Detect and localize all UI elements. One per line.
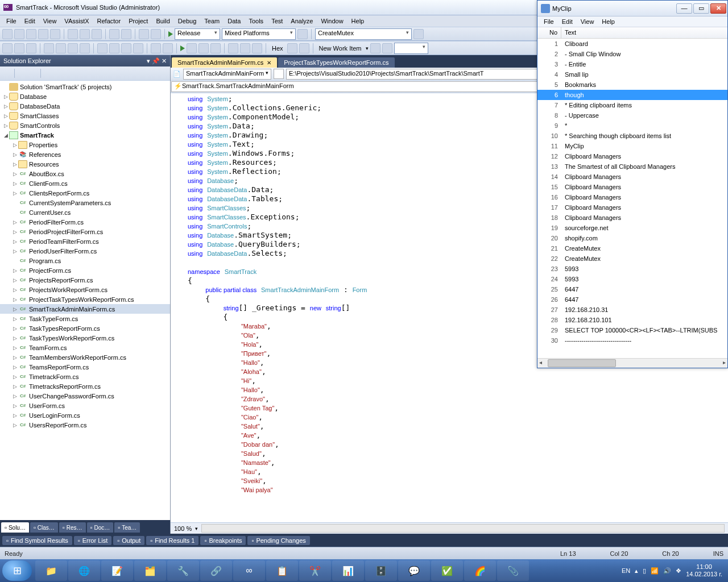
taskbar-explorer[interactable]: 📁 bbox=[35, 560, 67, 581]
tb2-play[interactable] bbox=[180, 45, 185, 51]
solution-tree[interactable]: Solution 'SmartTrack' (5 projects)▷Datab… bbox=[0, 81, 170, 520]
clip-row[interactable]: 256447 bbox=[537, 284, 727, 294]
menu-project[interactable]: Project bbox=[125, 16, 152, 26]
config-combo[interactable]: Release bbox=[175, 28, 220, 40]
tree-item[interactable]: ▷TimetracksReportForm.cs bbox=[0, 381, 170, 391]
clip-row[interactable]: 235993 bbox=[537, 264, 727, 274]
clip-row[interactable]: 19sourceforge.net bbox=[537, 223, 727, 233]
maximize-button[interactable]: ▭ bbox=[693, 3, 709, 14]
hex-label[interactable]: Hex bbox=[270, 45, 286, 52]
vs-bottom-tab-well[interactable]: ▫ Find Symbol Results▫ Error List▫ Outpu… bbox=[0, 534, 728, 547]
tree-item[interactable]: ▷TaskTypesReportForm.cs bbox=[0, 323, 170, 333]
bottom-tab[interactable]: ▫ Find Results 1 bbox=[146, 536, 198, 545]
step-out-button[interactable] bbox=[252, 43, 262, 53]
menu-build[interactable]: Build bbox=[152, 16, 173, 26]
col-text[interactable]: Text bbox=[561, 27, 727, 38]
taskbar-notepadpp[interactable]: 📝 bbox=[101, 560, 133, 581]
tb2-btn-1[interactable] bbox=[2, 43, 13, 53]
sol-tab[interactable]: ▫Res… bbox=[59, 522, 86, 533]
taskbar-app-5[interactable]: ✂️ bbox=[299, 560, 331, 581]
clip-row[interactable]: 11MyClip bbox=[537, 141, 727, 151]
menu-data[interactable]: Data bbox=[224, 16, 245, 26]
solution-toolbar[interactable] bbox=[0, 66, 170, 81]
hscrollbar[interactable] bbox=[201, 524, 725, 533]
taskbar-app-10[interactable]: 📎 bbox=[497, 560, 529, 581]
tree-item[interactable]: ▷UserChangePasswordForm.cs bbox=[0, 391, 170, 401]
sol-tab[interactable]: ▫Doc… bbox=[87, 522, 114, 533]
clip-row[interactable]: 13The Smartest of all Clipboard Managers bbox=[537, 161, 727, 172]
start-debug-button[interactable] bbox=[168, 31, 173, 37]
clip-row[interactable]: 245993 bbox=[537, 274, 727, 284]
find-combo[interactable]: CreateMutex bbox=[315, 28, 412, 40]
add-item-button[interactable] bbox=[14, 29, 24, 39]
menu-window[interactable]: Window bbox=[317, 16, 347, 26]
paste-button[interactable] bbox=[92, 29, 102, 39]
taskbar[interactable]: ⊞ 📁 🌐 📝 🗂️ 🔧 🔗 ∞ 📋 ✂️ 📊 🗄️ 💬 ✅ 🌈 📎 EN ▴ … bbox=[0, 559, 728, 582]
nav-back-button[interactable] bbox=[139, 29, 149, 39]
grid-hscrollbar[interactable] bbox=[537, 358, 727, 368]
undo-button[interactable] bbox=[109, 29, 119, 39]
tb2-btn-20[interactable] bbox=[287, 43, 297, 53]
bottom-tab[interactable]: ▫ Error List bbox=[74, 536, 112, 545]
tree-item[interactable]: ◢SmartTrack bbox=[0, 130, 170, 140]
find-button[interactable] bbox=[413, 29, 424, 39]
tree-item[interactable]: ▷ClientForm.cs bbox=[0, 178, 170, 188]
taskbar-app-4[interactable]: 📋 bbox=[266, 560, 298, 581]
tree-item[interactable]: ▷SmartClasses bbox=[0, 111, 170, 120]
sol-tb-code[interactable] bbox=[55, 68, 65, 78]
mc-menu-file[interactable]: File bbox=[540, 18, 558, 26]
myclip-titlebar[interactable]: MyClip — ▭ ✕ bbox=[537, 1, 727, 16]
clip-row[interactable]: 5Bookmarks bbox=[537, 80, 727, 90]
tree-item[interactable]: ▷References bbox=[0, 149, 170, 159]
redo-button[interactable] bbox=[121, 29, 131, 39]
sol-tb-showall[interactable] bbox=[28, 68, 39, 78]
clip-row[interactable]: 14Clipboard Managers bbox=[537, 172, 727, 182]
tb2-btn-21[interactable] bbox=[299, 43, 309, 53]
tb2-btn-7[interactable] bbox=[80, 43, 90, 53]
nav-file-combo[interactable]: SmartTrackAdminMainForm bbox=[183, 69, 271, 80]
clip-row[interactable]: 12Clipboard Managers bbox=[537, 151, 727, 161]
zoom-level[interactable]: 100 % bbox=[174, 525, 192, 532]
menu-debug[interactable]: Debug bbox=[174, 16, 200, 26]
save-all-button[interactable] bbox=[50, 29, 60, 39]
menu-tools[interactable]: Tools bbox=[245, 16, 267, 26]
misc-button-1[interactable] bbox=[297, 29, 308, 39]
clip-row[interactable]: 8 - Uppercase bbox=[537, 110, 727, 120]
clip-row[interactable]: 15Clipboard Managers bbox=[537, 182, 727, 192]
clip-row[interactable]: 17Clipboard Managers bbox=[537, 202, 727, 213]
menu-team[interactable]: Team bbox=[200, 16, 224, 26]
sol-tab[interactable]: ▫Solu… bbox=[1, 522, 29, 533]
bottom-tab[interactable]: ▫ Pending Changes bbox=[247, 536, 309, 545]
nav-save-button[interactable] bbox=[274, 69, 284, 79]
tree-item[interactable]: ▷TeamForm.cs bbox=[0, 343, 170, 352]
grid-rows[interactable]: 1Cliboard2 - Small Clip Window3 - Entitl… bbox=[537, 39, 727, 358]
menu-analyze[interactable]: Analyze bbox=[287, 16, 317, 26]
nav-fwd-button[interactable] bbox=[151, 29, 161, 39]
clip-row[interactable]: 29SELECT TOP 100000<CR><LF><TAB>--LTRIM(… bbox=[537, 325, 727, 335]
grid-header[interactable]: No Text bbox=[537, 27, 727, 39]
tray-net-icon[interactable]: 📶 bbox=[651, 567, 659, 575]
taskbar-app-8[interactable]: 💬 bbox=[398, 560, 430, 581]
tray-misc-icon[interactable]: ❖ bbox=[676, 567, 681, 575]
tree-item[interactable]: ▷UserLoginForm.cs bbox=[0, 410, 170, 420]
tree-item[interactable]: ▷ProjectForm.cs bbox=[0, 265, 170, 275]
step-into-button[interactable] bbox=[228, 43, 238, 53]
clip-row[interactable]: 6though bbox=[537, 90, 727, 100]
tb2-btn-5[interactable] bbox=[56, 43, 66, 53]
solution-bottom-tabs[interactable]: ▫Solu…▫Clas…▫Res…▫Doc…▫Tea… bbox=[0, 520, 170, 534]
tb2-btn-6[interactable] bbox=[68, 43, 78, 53]
tree-item[interactable]: ▷TaskTypeForm.cs bbox=[0, 314, 170, 323]
clip-row[interactable]: 18Clipboard Managers bbox=[537, 213, 727, 223]
tray-vol-icon[interactable]: 🔊 bbox=[663, 567, 671, 575]
sol-tb-home[interactable] bbox=[2, 68, 13, 78]
mc-menu-edit[interactable]: Edit bbox=[558, 18, 577, 26]
new-work-item[interactable]: New Work Item bbox=[317, 45, 364, 52]
tree-item[interactable]: ▷PeriodProjectFilterForm.cs bbox=[0, 227, 170, 236]
tree-item[interactable]: ▷SmartTrackAdminMainForm.cs bbox=[0, 304, 170, 314]
myclip-window[interactable]: MyClip — ▭ ✕ FileEditViewHelp No Text 1C… bbox=[537, 0, 728, 368]
clip-row[interactable]: 3 - Entitle bbox=[537, 59, 727, 69]
taskbar-vs[interactable]: ∞ bbox=[233, 560, 265, 581]
clip-row[interactable]: 27192.168.210.31 bbox=[537, 305, 727, 315]
tree-item[interactable]: ▷UserForm.cs bbox=[0, 401, 170, 410]
sol-tb-props[interactable] bbox=[43, 68, 53, 78]
